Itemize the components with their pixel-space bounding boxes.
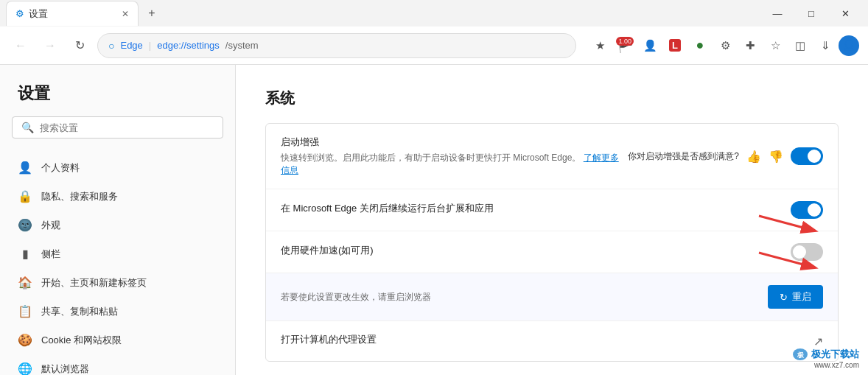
sidebar-item-privacy-label: 隐私、搜索和服务 [41,190,118,203]
forward-button[interactable]: → [38,34,62,57]
refresh-icon: ↻ [75,38,85,52]
toolbar-icon-7[interactable]: ✚ [738,34,762,57]
startup-boost-desc: 快速转到浏览。启用此功能后，有助于启动设备时更快打开 Microsoft Edg… [281,152,619,177]
toolbar-icon-10[interactable]: ⇓ [813,34,837,57]
toolbar-icon-4[interactable]: L [663,34,687,57]
sidebar-item-share[interactable]: 📋 共享、复制和粘贴 [0,297,235,326]
settings-container: 启动增强 快速转到浏览。启用此功能后，有助于启动设备时更快打开 Microsof… [265,123,839,362]
hardware-accel-row: 使用硬件加速(如可用) [266,231,838,273]
sidebar-item-profile[interactable]: 👤 个人资料 [0,153,235,182]
proxy-label: 打开计算机的代理设置 [281,333,805,346]
toolbar-icon-9[interactable]: ◫ [788,34,812,57]
settings-tab[interactable]: ⚙ 设置 ✕ [6,1,139,26]
address-edge-label: Edge [120,40,142,51]
toolbar-icon-5[interactable]: ● [688,34,712,57]
profile-avatar[interactable]: 👤 [839,35,859,56]
tab-settings-label: 设置 [29,7,48,21]
sidebar-nav-icon: ▮ [18,247,32,261]
hardware-accel-info: 使用硬件加速(如可用) [281,244,782,260]
sidebar-item-appearance-label: 外观 [41,219,60,232]
back-button[interactable]: ← [9,34,32,57]
external-link-icon[interactable]: ↗ [813,334,823,348]
restart-button[interactable]: ↻ 重启 [768,285,823,309]
restart-icon: ↻ [780,292,788,303]
toolbar-icon-8[interactable]: ☆ [763,34,787,57]
sidebar-item-sidebar[interactable]: ▮ 侧栏 [0,239,235,268]
cookies-nav-icon: 🍪 [18,333,32,347]
new-tab-button[interactable]: + [141,3,162,24]
toolbar-icons: ★ 🏴 1.00 👤 L ● ⚙ ✚ ☆ ◫ ⇓ 👤 [588,34,859,57]
toolbar-icon-6[interactable]: ⚙ [713,34,737,57]
sidebar-item-cookies[interactable]: 🍪 Cookie 和网站权限 [0,326,235,354]
toolbar-icon-3[interactable]: 👤 [638,34,662,57]
sidebar-item-sidebar-label: 侧栏 [41,248,60,261]
sidebar-item-profile-label: 个人资料 [41,161,80,175]
restart-info: 若要使此设置更改生效，请重启浏览器 [281,291,759,304]
toolbar-badge: 1.00 [616,37,634,46]
sidebar-item-privacy[interactable]: 🔒 隐私、搜索和服务 [0,182,235,211]
edge-logo-icon: ○ [108,40,114,52]
settings-card: 启动增强 快速转到浏览。启用此功能后，有助于启动设备时更快打开 Microsof… [265,123,839,362]
sidebar-item-appearance[interactable]: 🌚 外观 [0,211,235,239]
sidebar-item-default-browser-label: 默认浏览器 [41,362,89,376]
startup-boost-info: 启动增强 快速转到浏览。启用此功能后，有助于启动设备时更快打开 Microsof… [281,136,619,177]
toolbar-icon-badge[interactable]: 🏴 1.00 [613,34,637,57]
titlebar: ⚙ 设置 ✕ + — □ ✕ [0,0,868,27]
sidebar-item-cookies-label: Cookie 和网站权限 [41,334,122,347]
search-input[interactable] [40,122,214,133]
minimize-button[interactable]: — [760,0,794,27]
background-run-label: 在 Microsoft Edge 关闭后继续运行后台扩展和应用 [281,202,782,215]
sidebar-title: 设置 [0,83,235,116]
address-separator: | [149,40,151,51]
sidebar-item-home-label: 开始、主页和新建标签页 [41,276,147,290]
address-path: /system [225,40,259,51]
background-run-toggle[interactable] [791,201,823,219]
back-icon: ← [15,39,27,52]
tab-settings-icon: ⚙ [15,8,24,19]
sidebar-item-home[interactable]: 🏠 开始、主页和新建标签页 [0,268,235,297]
sidebar-item-default-browser[interactable]: 🌐 默认浏览器 [0,354,235,375]
thumbdown-button[interactable]: 👎 [769,150,783,164]
tabs-container: ⚙ 设置 ✕ + [6,1,162,26]
restart-row: 若要使此设置更改生效，请重启浏览器 ↻ 重启 [266,273,838,321]
window-controls: — □ ✕ [760,0,862,27]
restart-desc: 若要使此设置更改生效，请重启浏览器 [281,291,759,304]
proxy-info: 打开计算机的代理设置 [281,333,805,349]
satisfaction-text: 你对启动增强是否感到满意? [628,150,739,163]
sidebar: 设置 🔍 👤 个人资料 🔒 隐私、搜索和服务 🌚 外观 ▮ 侧栏 🏠 开始、主页… [0,65,236,375]
proxy-row: 打开计算机的代理设置 ↗ [266,321,838,361]
startup-boost-controls: 你对启动增强是否感到满意? 👍 👎 [628,147,823,165]
share-nav-icon: 📋 [18,304,32,318]
default-browser-icon: 🌐 [18,362,32,375]
thumbup-button[interactable]: 👍 [746,150,761,164]
content-area: 系统 启动增强 快速转到浏览。启用此功能后，有助于启动设备时更快打开 Micro… [236,65,868,375]
hardware-accel-toggle[interactable] [791,243,823,261]
hardware-accel-label: 使用硬件加速(如可用) [281,244,782,257]
profile-nav-icon: 👤 [18,161,32,175]
refresh-button[interactable]: ↻ [68,34,91,57]
profile-icon: 👤 [843,40,855,51]
background-run-row: 在 Microsoft Edge 关闭后继续运行后台扩展和应用 [266,189,838,231]
privacy-nav-icon: 🔒 [18,189,32,203]
restart-label: 重启 [792,290,811,304]
tab-close-button[interactable]: ✕ [122,9,129,19]
background-run-controls [791,201,823,219]
section-title: 系统 [265,88,839,108]
appearance-nav-icon: 🌚 [18,218,32,232]
proxy-controls: ↗ [813,334,823,348]
search-box[interactable]: 🔍 [12,116,223,139]
address-box[interactable]: ○ Edge | edge://settings /system [97,33,576,58]
hardware-accel-controls [791,243,823,261]
startup-boost-toggle[interactable] [791,147,823,165]
main-layout: 设置 🔍 👤 个人资料 🔒 隐私、搜索和服务 🌚 外观 ▮ 侧栏 🏠 开始、主页… [0,65,868,375]
home-nav-icon: 🏠 [18,276,32,290]
restart-controls: ↻ 重启 [768,285,823,309]
close-window-button[interactable]: ✕ [828,0,862,27]
startup-boost-label: 启动增强 [281,136,619,149]
toolbar-icon-1[interactable]: ★ [588,34,612,57]
background-run-info: 在 Microsoft Edge 关闭后继续运行后台扩展和应用 [281,202,782,218]
forward-icon: → [44,39,56,52]
sidebar-item-share-label: 共享、复制和粘贴 [41,305,118,318]
address-domain: edge://settings [157,40,220,51]
maximize-button[interactable]: □ [794,0,828,27]
